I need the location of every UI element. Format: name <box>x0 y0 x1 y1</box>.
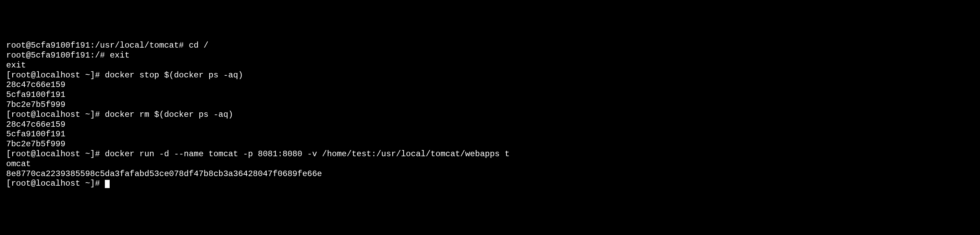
shell-command: docker stop $(docker ps -aq) <box>105 71 243 80</box>
shell-prompt: root@5cfa9100f191:/usr/local/tomcat# <box>6 41 189 50</box>
terminal-line: 7bc2e7b5f999 <box>6 100 974 110</box>
terminal-line: omcat <box>6 159 974 169</box>
terminal-line: root@5cfa9100f191:/usr/local/tomcat# cd … <box>6 41 974 51</box>
shell-output: exit <box>6 60 26 70</box>
terminal-line: [root@localhost ~]# docker run -d --name… <box>6 149 974 159</box>
shell-output: 5cfa9100f191 <box>6 90 65 99</box>
terminal-line: root@5cfa9100f191:/# exit <box>6 51 974 60</box>
terminal-line: 7bc2e7b5f999 <box>6 140 974 149</box>
terminal-line: [root@localhost ~]# <box>6 179 974 189</box>
shell-output: 7bc2e7b5f999 <box>6 100 65 109</box>
shell-prompt: [root@localhost ~]# <box>6 149 105 159</box>
shell-command: docker rm $(docker ps -aq) <box>105 110 233 119</box>
terminal-line: 28c47c66e159 <box>6 120 974 130</box>
shell-command: exit <box>110 51 129 60</box>
shell-output: 28c47c66e159 <box>6 80 65 89</box>
shell-command: cd / <box>189 41 209 50</box>
shell-output: 7bc2e7b5f999 <box>6 140 65 149</box>
shell-prompt: [root@localhost ~]# <box>6 110 105 119</box>
shell-prompt: root@5cfa9100f191:/# <box>6 51 110 60</box>
shell-prompt: [root@localhost ~]# <box>6 179 105 188</box>
shell-output: 5cfa9100f191 <box>6 130 65 139</box>
shell-output: omcat <box>6 159 31 168</box>
shell-output: 8e8770ca2239385598c5da3fafabd53ce078df47… <box>6 169 322 178</box>
terminal-line: 5cfa9100f191 <box>6 130 974 140</box>
terminal-line: 8e8770ca2239385598c5da3fafabd53ce078df47… <box>6 169 974 179</box>
shell-output: 28c47c66e159 <box>6 120 65 129</box>
terminal-output[interactable]: root@5cfa9100f191:/usr/local/tomcat# cd … <box>6 41 974 189</box>
shell-prompt: [root@localhost ~]# <box>6 71 105 80</box>
terminal-line: [root@localhost ~]# docker stop $(docker… <box>6 71 974 81</box>
cursor-icon <box>105 180 110 188</box>
shell-command: docker run -d --name tomcat -p 8081:8080… <box>105 149 509 159</box>
terminal-line: 5cfa9100f191 <box>6 90 974 100</box>
terminal-line: exit <box>6 60 974 71</box>
terminal-line: [root@localhost ~]# docker rm $(docker p… <box>6 110 974 120</box>
terminal-line: 28c47c66e159 <box>6 80 974 90</box>
